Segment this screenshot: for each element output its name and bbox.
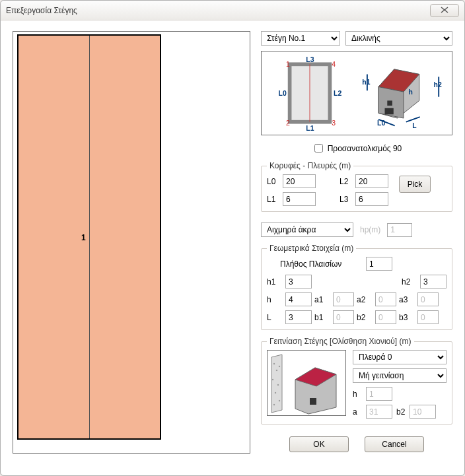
roof-ridge-line (89, 36, 90, 438)
svg-text:4: 4 (332, 61, 336, 68)
roof-diagram: 1 4 2 3 L3 L1 L0 L2 (261, 51, 452, 135)
svg-text:h: h (409, 88, 413, 96)
neighbor-side-select[interactable]: Πλευρά 0 (353, 350, 447, 364)
neighbor-relation-select[interactable]: Μή γειτνίαση (353, 368, 447, 383)
svg-text:h1: h1 (362, 79, 370, 86)
h2-input[interactable] (420, 275, 447, 289)
svg-text:L: L (412, 122, 417, 129)
svg-point-34 (279, 400, 280, 401)
b3-input (417, 310, 439, 324)
neigh-b2-input (410, 405, 436, 419)
roof-shape: 1 (17, 34, 161, 440)
roof-type-select[interactable]: Δικλινής (345, 31, 452, 46)
svg-rect-13 (387, 100, 392, 106)
close-button[interactable] (430, 4, 459, 17)
a1-input (333, 292, 354, 306)
a2-label: a2 (357, 295, 373, 304)
dialog-window: Επεξεργασία Στέγης 1 Στέγη Νο.1 Δικλινής (0, 0, 465, 476)
orientation-90-label: Προσανατολισμός 90 (328, 144, 402, 153)
b3-label: b3 (399, 313, 415, 322)
a3-label: a3 (399, 295, 415, 304)
l2-label: L2 (340, 177, 355, 186)
b2-label: b2 (357, 313, 373, 322)
b1-input (333, 310, 354, 324)
l2-input[interactable] (355, 174, 388, 188)
a3-input (417, 292, 439, 306)
b1-label: b1 (314, 313, 330, 322)
svg-rect-27 (310, 398, 316, 405)
iso-diagram-icon: h1 h2 h L0 L (359, 55, 448, 131)
roof-select[interactable]: Στέγη Νο.1 (261, 31, 340, 46)
close-icon (441, 6, 448, 15)
orientation-90-checkbox[interactable] (314, 144, 323, 153)
neigh-h-label: h (353, 390, 362, 399)
pick-button[interactable]: Pick (399, 176, 431, 193)
l-label: L (267, 313, 283, 322)
dialog-content: 1 Στέγη Νο.1 Δικλινής 1 4 (1, 20, 464, 475)
svg-point-32 (277, 384, 279, 386)
a2-input (375, 292, 396, 306)
svg-text:1: 1 (286, 61, 290, 68)
svg-text:L2: L2 (334, 90, 341, 97)
neigh-a-input (366, 405, 392, 419)
svg-text:L3: L3 (306, 56, 314, 63)
neighbor-diagram (267, 350, 346, 416)
svg-point-30 (279, 366, 280, 367)
svg-marker-24 (271, 355, 282, 413)
svg-line-23 (406, 117, 420, 122)
svg-text:L1: L1 (306, 125, 314, 131)
roof-canvas[interactable]: 1 (13, 31, 250, 454)
svg-point-31 (272, 379, 273, 380)
h-input[interactable] (285, 292, 312, 306)
vertices-legend: Κορυφές - Πλευρές (m) (267, 161, 353, 170)
svg-text:2: 2 (286, 119, 290, 127)
hp-input (387, 223, 412, 237)
vertices-group: Κορυφές - Πλευρές (m) L0 L2 L1 L3 (261, 161, 452, 212)
h-label: h (267, 295, 283, 304)
titlebar: Επεξεργασία Στέγης (1, 1, 464, 20)
neighbor-group: Γειτνίαση Στέγης [Ολίσθηση Χιονιού] (m) (261, 337, 452, 425)
l1-input[interactable] (283, 192, 316, 206)
frames-label: Πλήθος Πλαισίων (280, 259, 359, 269)
neigh-a-label: a (353, 407, 362, 417)
l0-input[interactable] (283, 174, 316, 188)
l1-label: L1 (267, 195, 283, 204)
h1-label: h1 (267, 277, 281, 287)
geometry-group: Γεωμετρικά Στοιχεία (m) Πλήθος Πλαισίων … (261, 244, 452, 330)
neigh-h-input (366, 387, 392, 401)
l0-label: L0 (267, 177, 283, 186)
right-panel: Στέγη Νο.1 Δικλινής 1 4 2 3 L3 (261, 31, 452, 466)
l3-input[interactable] (355, 192, 388, 206)
svg-text:L0: L0 (279, 90, 287, 97)
ok-button[interactable]: OK (289, 436, 349, 452)
svg-point-28 (273, 363, 275, 364)
l-input[interactable] (285, 310, 312, 324)
edge-type-select[interactable]: Αιχμηρά άκρα (261, 222, 353, 237)
h1-input[interactable] (285, 275, 312, 289)
neighbor-legend: Γειτνίαση Στέγης [Ολίσθηση Χιονιού] (m) (267, 337, 414, 346)
geometry-legend: Γεωμετρικά Στοιχεία (m) (267, 244, 356, 253)
a1-label: a1 (314, 295, 330, 304)
neighbor-diagram-icon (268, 351, 345, 415)
cancel-button[interactable]: Cancel (365, 436, 424, 452)
svg-text:3: 3 (332, 119, 336, 127)
roof-number-label: 1 (81, 233, 86, 242)
dialog-title: Επεξεργασία Στέγης (6, 6, 430, 15)
l3-label: L3 (340, 195, 355, 204)
svg-text:h2: h2 (434, 81, 442, 88)
svg-point-33 (275, 392, 276, 393)
h2-label: h2 (402, 277, 416, 287)
svg-point-29 (276, 370, 277, 371)
frames-input[interactable] (366, 257, 392, 271)
plan-diagram-icon: 1 4 2 3 L3 L1 L0 L2 (266, 55, 354, 131)
svg-rect-14 (385, 108, 394, 115)
neigh-b2-label: b2 (396, 407, 406, 417)
b2-input (375, 310, 396, 324)
svg-point-35 (273, 404, 275, 405)
hp-label: hp(m) (360, 225, 380, 234)
